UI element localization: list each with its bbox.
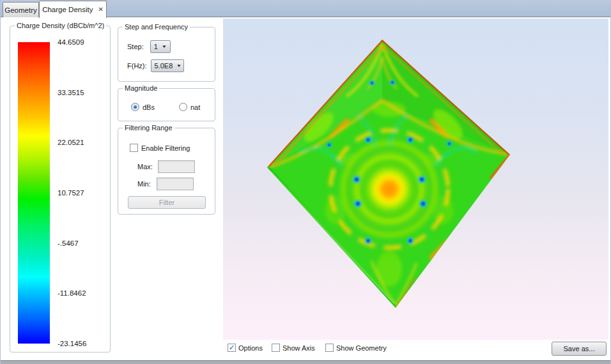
colorbar-label: 44.6509 <box>58 37 86 47</box>
frequency-dropdown[interactable]: 5.0E8 ▼ <box>151 59 184 72</box>
colorbar-label: -11.8462 <box>58 288 86 298</box>
checkmark-icon: ✓ <box>229 344 235 352</box>
show-axis-option: Show Axis <box>272 344 315 352</box>
colorbar-label: 33.3515 <box>58 87 86 98</box>
enable-filtering-label: Enable Filtering <box>141 144 190 152</box>
enable-filtering-checkbox[interactable] <box>130 144 138 152</box>
colorbar-gradient <box>18 42 50 344</box>
filtering-range-group: Filtering Range Enable Filtering Max: Mi… <box>118 128 215 215</box>
show-geometry-checkbox[interactable] <box>325 344 334 352</box>
max-field[interactable] <box>158 160 195 173</box>
charge-density-3d-render <box>223 19 608 340</box>
step-dropdown[interactable]: 1 ▼ <box>150 40 171 53</box>
window-frame-bottom <box>1 360 610 364</box>
radio-dbs[interactable] <box>131 103 139 111</box>
colorbar-label: -23.1456 <box>58 338 86 349</box>
colorbar-title: Charge Density (dBCb/m^2) <box>15 22 106 29</box>
colorbar-labels: 44.6509 33.3515 22.0521 10.7527 -.5467 -… <box>58 37 86 349</box>
show-axis-checkbox[interactable] <box>272 344 280 352</box>
filtering-range-title: Filtering Range <box>123 124 174 132</box>
render-viewport[interactable] <box>223 19 608 340</box>
radio-nat-label: nat <box>190 103 200 111</box>
colorbar-label: 10.7527 <box>58 188 86 198</box>
chevron-down-icon: ▼ <box>162 45 167 49</box>
tab-charge-density-label: Charge Density <box>42 6 93 13</box>
max-label: Max: <box>137 163 153 171</box>
show-axis-label: Show Axis <box>282 344 315 352</box>
close-icon[interactable]: ✕ <box>98 6 103 13</box>
min-field[interactable] <box>157 178 194 190</box>
frequency-dropdown-value: 5.0E8 <box>155 62 173 70</box>
show-geometry-option: Show Geometry <box>325 344 387 352</box>
tab-geometry-label: Geometry <box>4 6 37 14</box>
frequency-label: F(Hz): <box>127 62 147 70</box>
save-as-button[interactable]: Save as... <box>552 342 607 356</box>
chevron-down-icon: ▼ <box>176 64 182 68</box>
filter-button[interactable]: Filter <box>128 196 206 209</box>
step-dropdown-value: 1 <box>154 43 158 50</box>
tab-charge-density[interactable]: Charge Density ✕ <box>39 1 107 18</box>
step-label: Step: <box>127 43 144 50</box>
show-geometry-label: Show Geometry <box>336 344 387 352</box>
tab-bar: Geometry Charge Density ✕ <box>1 0 610 17</box>
colorbar-label: 22.0521 <box>58 137 86 148</box>
colorbar-panel: Charge Density (dBCb/m^2) 44.6509 33.351… <box>10 26 111 353</box>
magnitude-title: Magnitude <box>123 84 159 92</box>
magnitude-group: Magnitude dBs nat <box>118 88 215 121</box>
min-label: Min: <box>137 180 151 188</box>
options-option: ✓ Options <box>228 344 263 352</box>
radio-nat[interactable] <box>179 103 187 111</box>
application-window: Geometry Charge Density ✕ Charge Density… <box>0 0 611 364</box>
tab-geometry[interactable]: Geometry <box>3 2 39 17</box>
step-frequency-group: Step and Frequency Step: 1 ▼ F(Hz): 5.0E… <box>118 27 215 82</box>
options-label: Options <box>238 344 263 352</box>
options-checkbox[interactable]: ✓ <box>228 344 236 352</box>
radio-dbs-label: dBs <box>143 103 155 111</box>
step-frequency-title: Step and Frequency <box>123 23 190 31</box>
colorbar-label: -.5467 <box>58 238 86 248</box>
